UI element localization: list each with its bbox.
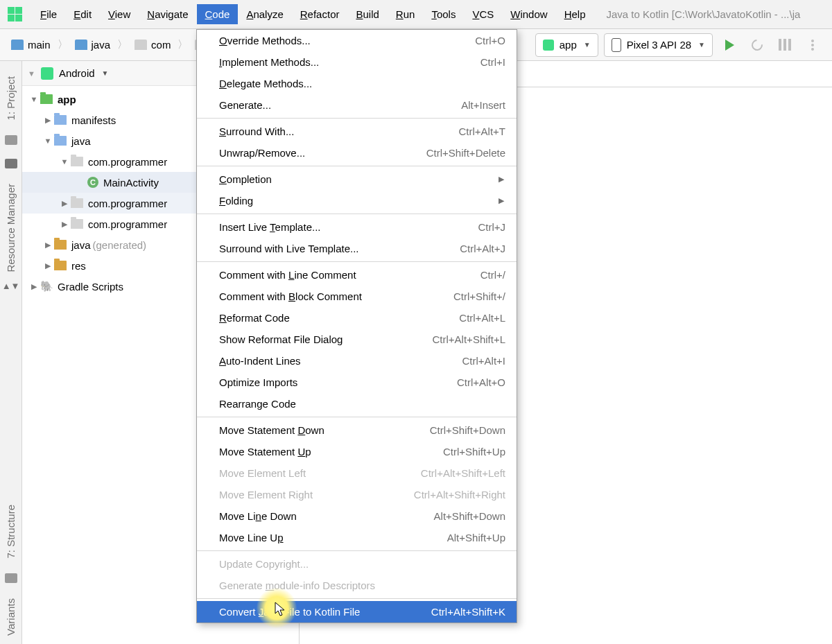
- sidebar-tab-variants[interactable]: Variants: [5, 590, 17, 644]
- play-icon: [725, 40, 734, 51]
- menu-item[interactable]: Override Methods...Ctrl+O: [197, 30, 517, 51]
- tree-label: res: [71, 260, 86, 272]
- menu-item[interactable]: Convert Java File to Kotlin FileCtrl+Alt…: [197, 601, 517, 623]
- sidebar-tab-project[interactable]: 1: Project: [5, 68, 17, 128]
- tree-label: MainActivity: [103, 177, 159, 189]
- menu-item[interactable]: Delegate Methods...: [197, 73, 517, 94]
- rerun-button[interactable]: [745, 33, 769, 57]
- menu-run[interactable]: Run: [388, 4, 424, 24]
- tree-label: manifests: [71, 114, 116, 126]
- menu-window[interactable]: Window: [502, 4, 555, 24]
- menu-item[interactable]: Implement Methods...Ctrl+I: [197, 51, 517, 73]
- left-toolbar: 1: Project Resource Manager ▲▼ 7: Struct…: [0, 61, 22, 644]
- menu-code[interactable]: Code: [197, 4, 239, 24]
- variants-icon[interactable]: [5, 573, 17, 583]
- android-icon: [543, 40, 554, 51]
- menu-item[interactable]: Optimize ImportsCtrl+Alt+O: [197, 372, 517, 393]
- stop-button[interactable]: [773, 33, 797, 57]
- menu-item[interactable]: Surround with Live Template...Ctrl+Alt+J: [197, 238, 517, 259]
- chevron-down-icon: ▼: [102, 69, 109, 77]
- menu-item[interactable]: Comment with Line CommentCtrl+/: [197, 264, 517, 286]
- tree-label: com.programmer: [88, 156, 167, 168]
- breadcrumb-main[interactable]: main: [6, 34, 56, 56]
- chevron-down-icon: ▼: [698, 41, 705, 49]
- menu-item[interactable]: Generate...Alt+Insert: [197, 94, 517, 116]
- menu-item[interactable]: Surround With...Ctrl+Alt+T: [197, 121, 517, 142]
- menu-item[interactable]: Move Statement UpCtrl+Shift+Up: [197, 441, 517, 462]
- app-logo-icon: [7, 7, 22, 22]
- window-title: Java to Kotlin [C:\Work\JavatoKotlin - .…: [607, 8, 825, 20]
- package-icon: [71, 157, 83, 166]
- menu-separator: [197, 550, 517, 551]
- folder-icon: [54, 115, 67, 125]
- project-view-label: Android: [59, 67, 95, 79]
- reload-icon: [749, 37, 765, 53]
- menu-item[interactable]: Completion▶: [197, 168, 517, 190]
- menu-analyze[interactable]: Analyze: [238, 4, 291, 24]
- gradle-icon: 🐘: [40, 280, 53, 293]
- dots-icon: [811, 40, 814, 51]
- bars-icon: [779, 39, 791, 51]
- tree-label: java: [71, 135, 91, 147]
- menu-help[interactable]: Help: [556, 4, 594, 24]
- menu-build[interactable]: Build: [347, 4, 387, 24]
- menu-item: Move Element LeftCtrl+Alt+Shift+Left: [197, 462, 517, 484]
- tree-label: java: [71, 239, 91, 251]
- menu-edit[interactable]: Edit: [65, 4, 100, 24]
- menu-separator: [197, 214, 517, 214]
- tree-label: app: [58, 94, 76, 105]
- menu-view[interactable]: View: [100, 4, 139, 24]
- device-label: Pixel 3 API 28: [627, 39, 691, 51]
- menu-item[interactable]: Move Statement DownCtrl+Shift+Down: [197, 419, 517, 441]
- folder-icon: [54, 240, 67, 250]
- menu-separator: [197, 118, 517, 119]
- menu-vcs[interactable]: VCS: [464, 4, 502, 24]
- menubar: FileEditViewNavigateCodeAnalyzeRefactorB…: [0, 0, 832, 29]
- more-button[interactable]: [801, 33, 824, 57]
- code-menu-dropdown: Override Methods...Ctrl+OImplement Metho…: [196, 29, 517, 623]
- folder-icon[interactable]: [5, 159, 17, 168]
- device-selector[interactable]: Pixel 3 API 28▼: [604, 33, 713, 57]
- menu-navigate[interactable]: Navigate: [139, 4, 196, 24]
- phone-icon: [612, 38, 621, 52]
- breadcrumb-label: com: [151, 39, 171, 51]
- menu-file[interactable]: File: [32, 4, 65, 24]
- package-icon: [71, 219, 83, 229]
- menu-separator: [197, 417, 517, 417]
- menu-item[interactable]: Unwrap/Remove...Ctrl+Shift+Delete: [197, 142, 517, 164]
- sidebar-tab-structure[interactable]: 7: Structure: [5, 496, 17, 567]
- menu-item[interactable]: Move Line UpAlt+Shift+Up: [197, 527, 517, 548]
- run-config-label: app: [560, 39, 577, 51]
- folder-icon: [54, 136, 67, 146]
- menu-item: Generate module-info Descriptors: [197, 575, 517, 596]
- menu-tools[interactable]: Tools: [423, 4, 464, 24]
- run-button[interactable]: [718, 33, 741, 57]
- sidebar-tab-resource-manager[interactable]: Resource Manager: [5, 175, 17, 281]
- menu-item: Update Copyright...: [197, 553, 517, 575]
- menu-item[interactable]: Show Reformat File DialogCtrl+Alt+Shift+…: [197, 329, 517, 350]
- chevron-down-icon: ▼: [584, 41, 591, 49]
- run-config-selector[interactable]: app▼: [535, 33, 598, 57]
- tree-label: com.programmer: [88, 198, 167, 209]
- package-icon: [71, 198, 83, 208]
- menu-item[interactable]: Reformat CodeCtrl+Alt+L: [197, 307, 517, 329]
- menu-separator: [197, 166, 517, 166]
- tree-label: Gradle Scripts: [58, 281, 123, 293]
- menu-item[interactable]: Rearrange Code: [197, 393, 517, 415]
- menu-refactor[interactable]: Refactor: [292, 4, 348, 24]
- breadcrumb-com[interactable]: com: [129, 34, 176, 56]
- menu-item[interactable]: Auto-Indent LinesCtrl+Alt+I: [197, 350, 517, 372]
- breadcrumb-java[interactable]: java: [69, 34, 116, 56]
- menu-item[interactable]: Insert Live Template...Ctrl+J: [197, 216, 517, 238]
- folder-icon[interactable]: [5, 135, 17, 145]
- menu-item[interactable]: Move Line DownAlt+Shift+Down: [197, 505, 517, 527]
- class-icon: C: [87, 177, 98, 188]
- avd-icon[interactable]: ▲▼: [2, 281, 20, 291]
- tree-suffix: (generated): [93, 239, 147, 251]
- breadcrumb-label: java: [92, 39, 111, 51]
- module-icon: [40, 94, 53, 104]
- menu-item[interactable]: Folding▶: [197, 190, 517, 211]
- menu-item: Move Element RightCtrl+Alt+Shift+Right: [197, 484, 517, 505]
- breadcrumb-label: main: [28, 39, 51, 51]
- menu-item[interactable]: Comment with Block CommentCtrl+Shift+/: [197, 286, 517, 307]
